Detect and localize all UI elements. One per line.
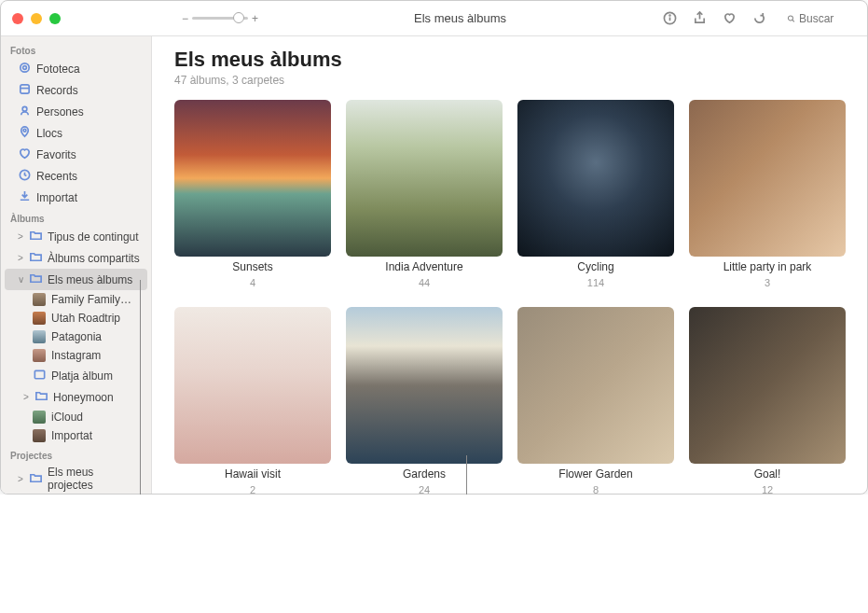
- chevron-right-icon[interactable]: >: [18, 474, 23, 484]
- sidebar-item-favorits[interactable]: Favorits: [1, 144, 151, 165]
- sidebar-item-icloud[interactable]: iCloud: [1, 408, 151, 426]
- svg-point-6: [23, 66, 27, 70]
- sidebar-item-family[interactable]: Family Family…: [1, 290, 151, 309]
- album-count: 4: [250, 277, 255, 288]
- memories-icon: [18, 82, 31, 98]
- search-input[interactable]: [799, 12, 850, 25]
- zoom-minus-icon[interactable]: −: [182, 12, 188, 25]
- album-icon: [33, 368, 46, 383]
- page-title: Els meus àlbums: [174, 48, 845, 72]
- sidebar-item-label: Els meus projectes: [48, 466, 142, 492]
- album-name: Hawaii visit: [225, 467, 281, 481]
- sidebar-item-label: Importat: [36, 191, 77, 204]
- album-cover: [689, 307, 846, 464]
- sidebar-item-llocs[interactable]: Llocs: [1, 122, 151, 144]
- sidebar-item-instagram[interactable]: Instagram: [1, 346, 151, 365]
- sidebar-item-importat[interactable]: Importat: [1, 187, 151, 208]
- clock-icon: [18, 168, 31, 184]
- places-icon: [18, 125, 31, 141]
- favorite-icon[interactable]: [722, 11, 737, 26]
- folder-icon: [29, 471, 42, 487]
- sidebar-item-label: iCloud: [51, 411, 83, 424]
- svg-point-3: [788, 15, 792, 20]
- album-grid: Sunsets4 India Adventure44 Cycling114 Li…: [174, 100, 845, 494]
- folder-icon: [34, 389, 48, 405]
- zoom-slider[interactable]: − +: [182, 12, 258, 25]
- album-name: India Adventure: [385, 260, 462, 273]
- album-name: Gardens: [403, 467, 446, 481]
- sidebar-section-fotos: Fotos: [1, 40, 151, 58]
- sidebar-item-honeymoon[interactable]: >Honeymoon: [1, 386, 151, 408]
- window-title: Els meus àlbums: [258, 11, 662, 25]
- sidebar-item-label: Llocs: [36, 127, 62, 140]
- svg-point-2: [669, 15, 670, 16]
- album-item[interactable]: Cycling114: [517, 100, 674, 288]
- main-content: Els meus àlbums 47 àlbums, 3 carpetes Su…: [152, 36, 867, 494]
- sidebar-item-recents[interactable]: Recents: [1, 165, 151, 187]
- sidebar-item-label: Els meus àlbums: [48, 273, 132, 286]
- photos-window: − + Els meus àlbums Fotos Fototeca Recor…: [0, 0, 868, 495]
- minimize-button[interactable]: [31, 13, 42, 24]
- sidebar-item-tipus[interactable]: >Tipus de contingut: [1, 226, 151, 247]
- album-count: 8: [593, 484, 599, 494]
- album-item[interactable]: Little party in park3: [689, 100, 846, 288]
- rotate-icon[interactable]: [751, 11, 766, 26]
- chevron-right-icon[interactable]: >: [18, 253, 23, 263]
- sidebar-item-label: Recents: [36, 170, 77, 183]
- album-thumb-icon: [33, 429, 46, 442]
- album-thumb-icon: [33, 411, 46, 424]
- sidebar-item-label: Honeymoon: [53, 391, 114, 404]
- sidebar-item-label: Family Family…: [51, 293, 131, 306]
- album-item[interactable]: Sunsets4: [174, 100, 331, 288]
- zoom-plus-icon[interactable]: +: [252, 12, 258, 25]
- sidebar-item-myprojects[interactable]: >Els meus projectes: [1, 463, 151, 494]
- folder-icon: [29, 229, 42, 244]
- album-thumb-icon: [33, 349, 46, 362]
- album-thumb-icon: [33, 312, 46, 325]
- album-thumb-icon: [33, 330, 46, 343]
- sidebar-item-platja[interactable]: Platja àlbum: [1, 365, 151, 386]
- zoom-thumb[interactable]: [233, 12, 244, 23]
- folder-icon: [29, 272, 42, 287]
- sidebar-item-label: Favorits: [36, 148, 76, 161]
- album-count: 24: [419, 484, 430, 494]
- sidebar-item-compartits[interactable]: >Àlbums compartits: [1, 247, 151, 269]
- sidebar-item-patagonia[interactable]: Patagonia: [1, 327, 151, 346]
- sidebar-section-projectes: Projectes: [1, 445, 151, 463]
- sidebar-item-importat2[interactable]: Importat: [1, 426, 151, 445]
- svg-point-9: [22, 106, 27, 111]
- sidebar-item-myalbums[interactable]: ∨Els meus àlbums: [5, 269, 147, 290]
- fullscreen-button[interactable]: [49, 13, 61, 24]
- callout-line: [466, 455, 467, 495]
- info-icon[interactable]: [662, 11, 677, 26]
- people-icon: [18, 104, 31, 119]
- svg-rect-7: [21, 85, 29, 93]
- sidebar-item-label: Importat: [51, 429, 92, 442]
- search-box[interactable]: [781, 10, 856, 27]
- chevron-right-icon[interactable]: >: [23, 392, 29, 402]
- toolbar-right: [662, 10, 856, 27]
- photos-icon: [18, 61, 31, 77]
- album-count: 114: [587, 277, 604, 288]
- sidebar-item-persones[interactable]: Persones: [1, 101, 151, 122]
- svg-point-5: [21, 63, 29, 72]
- album-item[interactable]: Hawaii visit2: [174, 307, 331, 494]
- sidebar-item-utah[interactable]: Utah Roadtrip: [1, 309, 151, 327]
- sidebar-item-fototeca[interactable]: Fototeca: [1, 58, 151, 79]
- share-icon[interactable]: [692, 11, 707, 26]
- chevron-right-icon[interactable]: >: [18, 231, 23, 242]
- album-item[interactable]: Goal!12: [689, 307, 846, 494]
- sidebar-item-records[interactable]: Records: [1, 79, 151, 101]
- zoom-track[interactable]: [192, 17, 248, 20]
- close-button[interactable]: [12, 13, 23, 24]
- album-count: 12: [762, 484, 773, 494]
- album-item[interactable]: Flower Garden8: [517, 307, 674, 494]
- album-item[interactable]: Gardens24: [346, 307, 503, 494]
- search-icon: [787, 13, 795, 24]
- album-item[interactable]: India Adventure44: [346, 100, 503, 288]
- album-count: 3: [765, 277, 770, 288]
- sidebar-item-label: Platja àlbum: [51, 369, 113, 383]
- chevron-down-icon[interactable]: ∨: [18, 274, 23, 285]
- sidebar-item-label: Tipus de contingut: [48, 230, 139, 244]
- album-cover: [517, 100, 674, 257]
